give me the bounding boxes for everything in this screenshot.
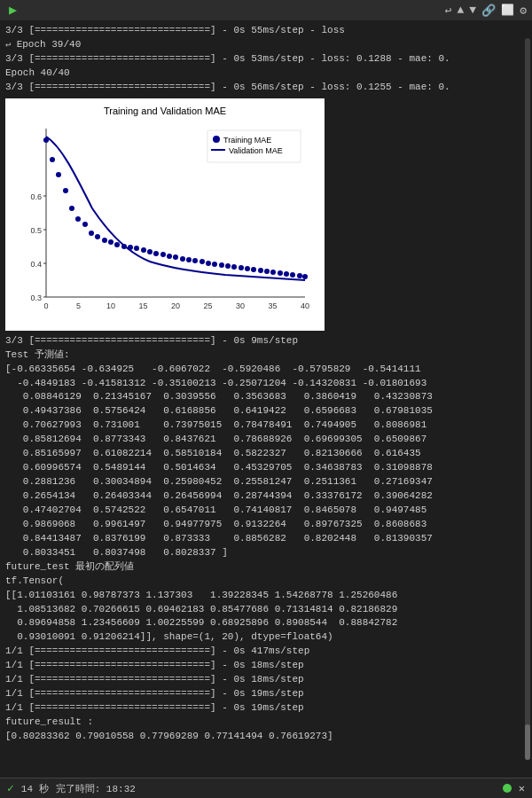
output-line-l4: Epoch 40/40 — [5, 66, 527, 81]
output-line-a7: 0.70627993 0.731001 0.73975015 0.7847849… — [5, 419, 527, 433]
terminal-content: 3/3 [==============================] - 0… — [0, 20, 532, 778]
svg-point-35 — [147, 249, 153, 254]
svg-point-47 — [225, 263, 231, 269]
output-line-a24: 1/1 [==============================] - 0… — [5, 659, 527, 673]
output-line-a10: 0.60996574 0.5489144 0.5014634 0.4532970… — [5, 461, 527, 475]
elapsed-time: 14 秒 — [21, 782, 49, 795]
output-line-a5: 0.08846129 0.21345167 0.3039556 0.356368… — [5, 390, 527, 404]
svg-point-33 — [134, 246, 139, 251]
svg-point-45 — [212, 262, 217, 267]
svg-point-49 — [239, 265, 244, 270]
output-line-l1: 3/3 [==============================] - 0… — [5, 24, 527, 38]
output-line-a20: 1.08513682 0.70266615 0.69462183 0.85477… — [5, 603, 527, 617]
output-line-l5: 3/3 [==============================] - 0… — [5, 81, 527, 95]
output-line-a13: 0.47402704 0.5742522 0.6547011 0.7414081… — [5, 504, 527, 518]
svg-point-21 — [56, 172, 61, 177]
output-line-a27: 1/1 [==============================] - 0… — [5, 701, 527, 716]
svg-point-51 — [251, 267, 256, 272]
completed-time: 完了時間: 18:32 — [56, 782, 136, 795]
top-bar: ▶ ↩ ▲ ▼ 🔗 ⬜ ⚙ — [0, 0, 532, 20]
svg-point-46 — [219, 262, 224, 268]
svg-point-39 — [173, 254, 178, 260]
svg-point-61 — [213, 136, 220, 143]
output-line-l2: Epoch 39/40 — [17, 38, 82, 52]
svg-point-38 — [167, 254, 172, 259]
svg-point-36 — [153, 251, 159, 256]
svg-text:Training MAE: Training MAE — [223, 136, 271, 145]
close-button[interactable]: ✕ — [519, 782, 525, 795]
output-line-a29: [0.80283362 0.79010558 0.77969289 0.7714… — [5, 730, 527, 744]
svg-text:10: 10 — [106, 301, 115, 310]
svg-text:35: 35 — [268, 301, 277, 310]
svg-point-55 — [278, 270, 283, 276]
scrollbar[interactable] — [525, 38, 530, 760]
svg-point-30 — [114, 242, 120, 247]
svg-text:Validation MAE: Validation MAE — [229, 146, 283, 155]
output-line-a19: [[1.01103161 0.98787373 1.137303 1.39228… — [5, 589, 527, 603]
svg-point-59 — [302, 274, 308, 279]
nav-icon-play[interactable]: ▶ — [9, 2, 17, 19]
output-line-l3: 3/3 [==============================] - 0… — [5, 52, 527, 66]
svg-point-29 — [108, 239, 113, 245]
nav-icon-maximize[interactable]: ⬜ — [501, 4, 514, 17]
chart-area: 0.3 0.4 0.5 0.6 0 5 10 15 20 — [12, 120, 314, 324]
svg-point-25 — [82, 222, 88, 227]
svg-point-42 — [192, 258, 198, 263]
chart-title: Training and Validation MAE — [12, 106, 317, 116]
svg-point-53 — [264, 269, 270, 274]
svg-text:0.6: 0.6 — [30, 192, 42, 201]
svg-text:5: 5 — [76, 301, 81, 310]
svg-point-32 — [128, 245, 133, 250]
output-line-a25: 1/1 [==============================] - 0… — [5, 673, 527, 687]
svg-point-40 — [180, 256, 185, 262]
svg-point-19 — [43, 137, 49, 143]
nav-icon-down[interactable]: ▼ — [469, 4, 476, 17]
svg-point-54 — [270, 270, 276, 275]
output-line-a28: future_result : — [5, 716, 527, 730]
output-line-a1: 3/3 [==============================] - 0… — [5, 334, 527, 348]
output-line-a16: 0.8033451 0.8037498 0.8028337 ] — [5, 546, 527, 560]
output-line-a15: 0.84413487 0.8376199 0.873333 0.8856282 … — [5, 532, 527, 546]
svg-text:20: 20 — [171, 301, 180, 310]
output-line-a26: 1/1 [==============================] - 0… — [5, 687, 527, 701]
output-line-a3: [-0.66335654 -0.634925 -0.6067022 -0.592… — [5, 363, 527, 377]
svg-point-57 — [290, 272, 295, 278]
svg-point-56 — [284, 271, 289, 277]
svg-text:0.3: 0.3 — [30, 293, 42, 302]
svg-point-50 — [245, 266, 250, 271]
svg-point-24 — [75, 216, 81, 222]
nav-icon-link[interactable]: 🔗 — [481, 4, 496, 18]
nav-icon-settings[interactable]: ⚙ — [520, 4, 527, 18]
nav-icon-wrap[interactable]: ↩ — [445, 4, 452, 18]
svg-point-26 — [89, 231, 94, 236]
svg-text:25: 25 — [203, 301, 212, 310]
svg-point-41 — [186, 257, 192, 262]
output-line-a12: 0.2654134 0.26403344 0.26456994 0.287443… — [5, 489, 527, 504]
svg-point-37 — [160, 252, 166, 257]
chart-svg: 0.3 0.4 0.5 0.6 0 5 10 15 20 — [12, 120, 314, 324]
output-line-a18: tf.Tensor( — [5, 575, 527, 589]
svg-point-31 — [121, 244, 127, 249]
output-line-a2: Test 予測値: — [5, 348, 527, 363]
terminal-window: ▶ ↩ ▲ ▼ 🔗 ⬜ ⚙ 3/3 [=====================… — [0, 0, 532, 798]
svg-point-20 — [50, 157, 55, 162]
scrollbar-thumb[interactable] — [525, 724, 530, 760]
svg-point-22 — [63, 188, 68, 193]
output-line-a8: 0.85812694 0.8773343 0.8437621 0.7868892… — [5, 433, 527, 447]
svg-point-27 — [95, 234, 100, 239]
svg-point-43 — [200, 259, 205, 264]
svg-point-44 — [206, 261, 211, 266]
output-line-a4: -0.4849183 -0.41581312 -0.35100213 -0.25… — [5, 377, 527, 391]
output-line-a22: 0.93010091 0.91206214]], shape=(1, 20), … — [5, 630, 527, 645]
status-dot — [503, 784, 512, 793]
chart-container: Training and Validation MAE 0.3 0.4 0.5 … — [5, 98, 325, 331]
bottom-bar: ✓ 14 秒 完了時間: 18:32 ✕ — [0, 778, 532, 798]
output-line-a6: 0.49437386 0.5756424 0.6168856 0.6419422… — [5, 404, 527, 419]
nav-arrow-left[interactable]: ↩ — [5, 39, 12, 51]
nav-icon-up[interactable]: ▲ — [458, 4, 465, 17]
svg-text:0: 0 — [43, 301, 48, 310]
svg-text:0.4: 0.4 — [30, 260, 42, 269]
svg-text:40: 40 — [301, 301, 309, 310]
svg-text:30: 30 — [236, 301, 245, 310]
output-line-a23: 1/1 [==============================] - 0… — [5, 645, 527, 659]
